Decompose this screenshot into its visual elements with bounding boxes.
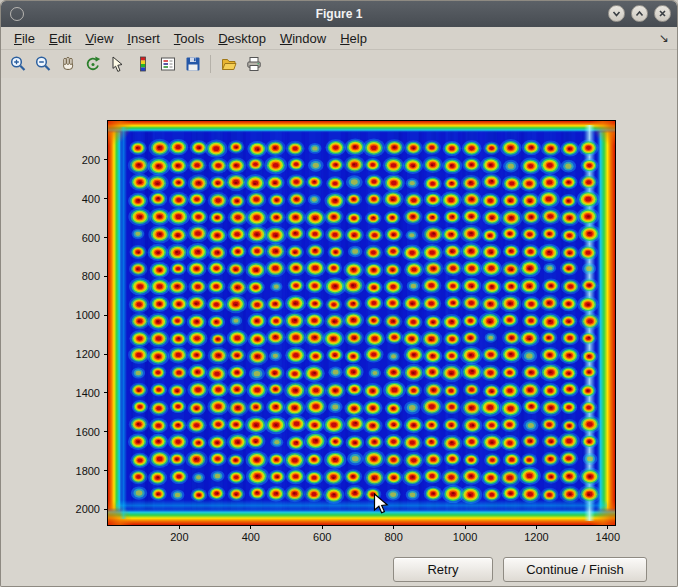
y-tick-mark: [104, 276, 108, 277]
menu-insert[interactable]: Insert: [120, 29, 167, 48]
chevron-down-icon: [611, 8, 622, 19]
y-tick-label: 400: [82, 192, 100, 206]
zoom-out-icon: [34, 55, 52, 73]
menu-help[interactable]: Help: [333, 29, 374, 48]
y-tick-label: 1000: [76, 308, 100, 322]
maximize-button[interactable]: [631, 5, 648, 22]
data-cursor-button[interactable]: [106, 53, 129, 76]
menu-desktop[interactable]: Desktop: [211, 29, 273, 48]
menubar: File Edit View Insert Tools Desktop Wind…: [1, 27, 677, 50]
y-tick-label: 1200: [76, 347, 100, 361]
x-tick-mark: [393, 525, 394, 529]
continue-finish-button[interactable]: Continue / Finish: [503, 557, 647, 582]
y-tick-label: 1400: [76, 386, 100, 400]
window-title: Figure 1: [316, 7, 363, 21]
print-button[interactable]: [242, 53, 265, 76]
legend-button[interactable]: [156, 53, 179, 76]
pan-hand-icon: [59, 55, 77, 73]
y-tick-mark: [104, 509, 108, 510]
y-tick-mark: [104, 392, 108, 393]
save-icon: [184, 55, 202, 73]
x-tick-label: 600: [313, 531, 331, 543]
y-tick-label: 800: [82, 269, 100, 283]
x-tick-label: 800: [384, 531, 402, 543]
x-tick-mark: [465, 525, 466, 529]
x-tick-label: 200: [170, 531, 188, 543]
y-tick-label: 600: [82, 231, 100, 245]
close-button[interactable]: [654, 5, 671, 22]
x-tick-mark: [536, 525, 537, 529]
colorbar-button[interactable]: [131, 53, 154, 76]
figure-window: Figure 1 File Edit View Insert Tools Des…: [0, 0, 678, 587]
zoom-in-icon: [9, 55, 27, 73]
dock-figure-icon[interactable]: ↘: [659, 31, 669, 45]
x-tick-label: 400: [242, 531, 260, 543]
data-cursor-icon: [109, 55, 127, 73]
toolbar-separator: [210, 55, 211, 73]
y-tick-mark: [104, 315, 108, 316]
x-tick-mark: [179, 525, 180, 529]
rotate-3d-button[interactable]: [81, 53, 104, 76]
figure-toolbar: [1, 50, 677, 79]
zoom-out-button[interactable]: [31, 53, 54, 76]
menu-view[interactable]: View: [78, 29, 120, 48]
figure-canvas-area: 2004006008001000120014001600180020002004…: [1, 78, 677, 586]
rotate-3d-icon: [84, 55, 102, 73]
y-tick-mark: [104, 470, 108, 471]
y-tick-mark: [104, 354, 108, 355]
open-folder-button[interactable]: [217, 53, 240, 76]
y-tick-label: 1800: [76, 464, 100, 478]
x-tick-label: 1200: [524, 531, 548, 543]
menu-file[interactable]: File: [7, 29, 42, 48]
x-tick-mark: [250, 525, 251, 529]
x-tick-label: 1000: [453, 531, 477, 543]
save-button[interactable]: [181, 53, 204, 76]
y-tick-label: 1600: [76, 425, 100, 439]
x-tick-mark: [322, 525, 323, 529]
print-icon: [245, 55, 263, 73]
zoom-in-button[interactable]: [6, 53, 29, 76]
retry-button[interactable]: Retry: [393, 557, 493, 582]
pan-button[interactable]: [56, 53, 79, 76]
titlebar[interactable]: Figure 1: [1, 1, 677, 27]
y-tick-mark: [104, 431, 108, 432]
colorbar-icon: [134, 55, 152, 73]
x-tick-mark: [607, 525, 608, 529]
y-tick-label: 2000: [76, 502, 100, 516]
minimize-button[interactable]: [608, 5, 625, 22]
axes[interactable]: 2004006008001000120014001600180020002004…: [107, 120, 616, 526]
x-tick-label: 1400: [596, 531, 620, 543]
menu-edit[interactable]: Edit: [42, 29, 78, 48]
open-folder-icon: [220, 55, 238, 73]
plate-image[interactable]: [108, 121, 615, 525]
y-tick-mark: [104, 237, 108, 238]
y-tick-mark: [104, 159, 108, 160]
chevron-up-icon: [634, 8, 645, 19]
window-controls: [608, 5, 671, 22]
close-icon: [657, 8, 668, 19]
legend-icon: [159, 55, 177, 73]
menu-tools[interactable]: Tools: [167, 29, 211, 48]
y-tick-label: 200: [82, 153, 100, 167]
y-tick-mark: [104, 198, 108, 199]
menu-window[interactable]: Window: [273, 29, 333, 48]
window-menu-icon[interactable]: [10, 7, 24, 21]
